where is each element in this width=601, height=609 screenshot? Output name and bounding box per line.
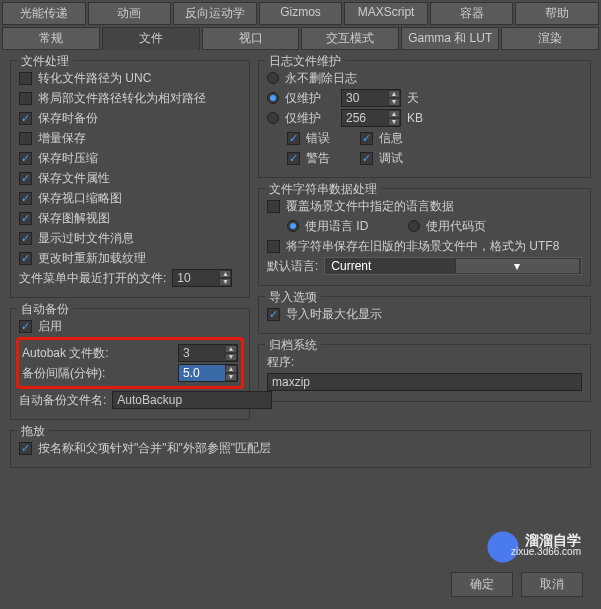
- never-delete-radio[interactable]: [267, 72, 279, 84]
- tab-gizmos[interactable]: Gizmos: [259, 2, 343, 25]
- group-auto-backup: 自动备份 启用 Autobak 文件数: ▲▼ 备份间隔(分钟):: [10, 308, 250, 420]
- group-log: 日志文件维护 永不删除日志 仅维护 ▲▼ 天 仅维护 ▲▼: [258, 60, 591, 178]
- tab-maxscript[interactable]: MAXScript: [344, 2, 428, 25]
- group-title: 拖放: [17, 423, 49, 440]
- tab-help[interactable]: 帮助: [515, 2, 599, 25]
- cancel-button[interactable]: 取消: [521, 572, 583, 597]
- fh-check-9[interactable]: [19, 252, 32, 265]
- tab-general[interactable]: 常规: [2, 27, 100, 50]
- days-unit: 天: [407, 90, 419, 107]
- spin-up-icon[interactable]: ▲: [225, 345, 237, 353]
- fh-check-2[interactable]: [19, 112, 32, 125]
- spin-up-icon[interactable]: ▲: [388, 110, 400, 118]
- utf8-label: 将字符串保存在旧版的非场景文件中，格式为 UTF8: [286, 238, 559, 255]
- backup-interval-input[interactable]: [179, 365, 225, 381]
- fh-check-4[interactable]: [19, 152, 32, 165]
- tab-row-1: 光能传递 动画 反向运动学 Gizmos MAXScript 容器 帮助: [0, 0, 601, 25]
- override-label: 覆盖场景文件中指定的语言数据: [286, 198, 454, 215]
- fh-label-5: 保存文件属性: [38, 170, 110, 187]
- tab-anim[interactable]: 动画: [88, 2, 172, 25]
- autobak-count-label: Autobak 文件数:: [22, 345, 172, 362]
- autobak-count-input[interactable]: [179, 345, 225, 361]
- maintain-kb-spinner[interactable]: ▲▼: [341, 109, 401, 127]
- fh-label-3: 增量保存: [38, 130, 86, 147]
- info-label: 信息: [379, 130, 403, 147]
- fh-label-7: 保存图解视图: [38, 210, 110, 227]
- fh-check-7[interactable]: [19, 212, 32, 225]
- group-title: 导入选项: [265, 289, 321, 306]
- tab-files[interactable]: 文件: [102, 27, 200, 50]
- lang-id-radio[interactable]: [287, 220, 299, 232]
- program-input[interactable]: [267, 373, 582, 391]
- group-import: 导入选项 导入时最大化显示: [258, 296, 591, 334]
- fh-check-5[interactable]: [19, 172, 32, 185]
- spin-down-icon[interactable]: ▼: [225, 373, 237, 381]
- backup-interval-label: 备份间隔(分钟):: [22, 365, 172, 382]
- spin-down-icon[interactable]: ▼: [219, 278, 231, 286]
- group-title: 归档系统: [265, 337, 321, 354]
- group-title: 文件处理: [17, 53, 73, 70]
- fh-label-8: 显示过时文件消息: [38, 230, 134, 247]
- default-lang-dropdown[interactable]: Current ▾: [324, 257, 582, 275]
- backup-name-label: 自动备份文件名:: [19, 392, 106, 409]
- maintain-kb-label: 仅维护: [285, 110, 321, 127]
- watermark-logo: 溜溜自学 zixue.3d66.com: [483, 527, 587, 565]
- kb-unit: KB: [407, 111, 423, 125]
- spin-down-icon[interactable]: ▼: [225, 353, 237, 361]
- tab-container[interactable]: 容器: [430, 2, 514, 25]
- override-check[interactable]: [267, 200, 280, 213]
- group-title: 文件字符串数据处理: [265, 181, 381, 198]
- codepage-label: 使用代码页: [426, 218, 486, 235]
- tab-ik[interactable]: 反向运动学: [173, 2, 257, 25]
- lang-id-label: 使用语言 ID: [305, 218, 368, 235]
- group-title: 日志文件维护: [265, 53, 345, 70]
- autobak-count-spinner[interactable]: ▲▼: [178, 344, 238, 362]
- fh-label-9: 更改时重新加载纹理: [38, 250, 146, 267]
- maintain-kb-radio[interactable]: [267, 112, 279, 124]
- tab-light[interactable]: 光能传递: [2, 2, 86, 25]
- tab-viewport[interactable]: 视口: [202, 27, 300, 50]
- maintain-days-radio[interactable]: [267, 92, 279, 104]
- enable-backup-label: 启用: [38, 318, 62, 335]
- fh-check-3[interactable]: [19, 132, 32, 145]
- backup-interval-spinner[interactable]: ▲▼: [178, 364, 238, 382]
- err-check[interactable]: [287, 132, 300, 145]
- spin-up-icon[interactable]: ▲: [225, 365, 237, 373]
- dragdrop-check[interactable]: [19, 442, 32, 455]
- chevron-down-icon: ▾: [455, 259, 579, 273]
- tab-interact[interactable]: 交互模式: [301, 27, 399, 50]
- group-archive: 归档系统 程序:: [258, 344, 591, 402]
- info-check[interactable]: [360, 132, 373, 145]
- spin-down-icon[interactable]: ▼: [388, 118, 400, 126]
- fh-label-6: 保存视口缩略图: [38, 190, 122, 207]
- spin-down-icon[interactable]: ▼: [388, 98, 400, 106]
- fh-check-6[interactable]: [19, 192, 32, 205]
- fh-label-0: 转化文件路径为 UNC: [38, 70, 151, 87]
- ok-button[interactable]: 确定: [451, 572, 513, 597]
- watermark-url: zixue.3d66.com: [511, 546, 581, 558]
- err-label: 错误: [306, 130, 330, 147]
- enable-backup-check[interactable]: [19, 320, 32, 333]
- tab-render[interactable]: 渲染: [501, 27, 599, 50]
- maintain-days-input[interactable]: [342, 90, 388, 106]
- tab-gamma[interactable]: Gamma 和 LUT: [401, 27, 499, 50]
- fh-label-2: 保存时备份: [38, 110, 98, 127]
- fh-check-0[interactable]: [19, 72, 32, 85]
- fh-check-1[interactable]: [19, 92, 32, 105]
- spin-up-icon[interactable]: ▲: [219, 270, 231, 278]
- backup-name-input[interactable]: [112, 391, 272, 409]
- maintain-kb-input[interactable]: [342, 110, 388, 126]
- fh-check-8[interactable]: [19, 232, 32, 245]
- maintain-days-label: 仅维护: [285, 90, 321, 107]
- recent-files-spinner[interactable]: ▲▼: [172, 269, 232, 287]
- spin-up-icon[interactable]: ▲: [388, 90, 400, 98]
- watermark-title: 溜溜自学: [525, 534, 581, 546]
- warn-check[interactable]: [287, 152, 300, 165]
- highlight-box: Autobak 文件数: ▲▼ 备份间隔(分钟): ▲▼: [16, 337, 244, 389]
- utf8-check[interactable]: [267, 240, 280, 253]
- maintain-days-spinner[interactable]: ▲▼: [341, 89, 401, 107]
- import-max-check[interactable]: [267, 308, 280, 321]
- codepage-radio[interactable]: [408, 220, 420, 232]
- debug-check[interactable]: [360, 152, 373, 165]
- recent-files-input[interactable]: [173, 270, 219, 286]
